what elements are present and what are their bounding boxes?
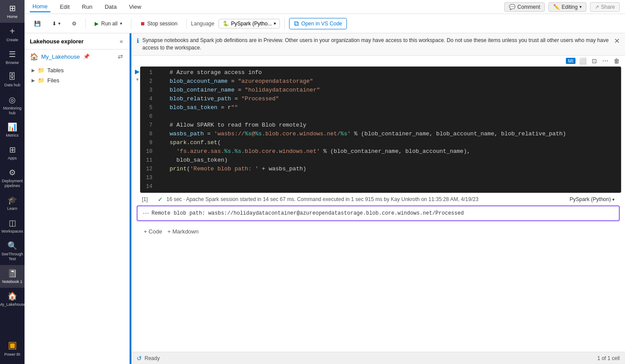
run-all-button[interactable]: ▶ Run all ▾ bbox=[90, 19, 127, 28]
cell-delete-button[interactable]: 🗑 bbox=[612, 57, 621, 65]
info-text: Synapse notebooks and Spark job definiti… bbox=[142, 37, 611, 52]
pyspark-icon: 🐍 bbox=[222, 21, 229, 27]
code-line-6: 6 bbox=[140, 112, 621, 121]
toolbar-divider-4 bbox=[284, 18, 285, 29]
sidebar-item-monitoring[interactable]: ◎ Monitoring hub bbox=[0, 92, 25, 119]
run-cell-button[interactable]: ▶ bbox=[135, 68, 140, 75]
lakehouse-name[interactable]: 🏠 My_Lakehouse 📌 ⇄ bbox=[25, 49, 129, 64]
explorer-collapse-button[interactable]: « bbox=[119, 37, 124, 46]
sidebar-item-home[interactable]: ⊞ Home bbox=[0, 0, 25, 23]
explorer-tree: ▶ 📁 Tables ▶ 📁 Files bbox=[25, 64, 129, 87]
create-icon: + bbox=[10, 26, 15, 36]
notebook-area: ℹ Synapse notebooks and Spark job defini… bbox=[131, 33, 625, 364]
status-bar: ↺ Ready 1 of 1 cell bbox=[131, 352, 625, 364]
run-chevron-icon: ▾ bbox=[120, 21, 122, 26]
code-line-9: 9 spark.conf.set( bbox=[140, 138, 621, 147]
gear-icon: ⚙ bbox=[72, 21, 77, 27]
menu-home[interactable]: Home bbox=[30, 1, 50, 12]
collapse-cell-button[interactable]: ▾ bbox=[136, 77, 139, 82]
sidebar-item-apps[interactable]: ⊞ Apps bbox=[0, 141, 25, 164]
sidebar-item-deployment[interactable]: ⚙ Deployment pipelines bbox=[0, 164, 25, 192]
notebook-content: MI ⬜ ⊡ ⋯ 🗑 ▶ ▾ bbox=[131, 56, 625, 352]
sidebar-item-browse[interactable]: ☰ Browse bbox=[0, 46, 25, 69]
add-code-cell-button[interactable]: + Code bbox=[144, 228, 162, 235]
comment-button[interactable]: 💬 Comment bbox=[504, 2, 545, 12]
pencil-icon: ✏️ bbox=[553, 4, 560, 10]
sidebar-item-workspaces[interactable]: ◫ Workspaces bbox=[0, 215, 25, 237]
lakehouse-pin-icon: 📌 bbox=[83, 53, 90, 60]
monitoring-icon: ◎ bbox=[9, 95, 16, 105]
settings-button[interactable]: ⚙ bbox=[67, 19, 81, 28]
mylakehouse-icon: 🏠 bbox=[7, 291, 17, 301]
output-expand-button[interactable]: ⋯ bbox=[143, 210, 149, 217]
sidebar-item-metrics[interactable]: 📊 Metrics bbox=[0, 119, 25, 141]
toolbar-divider-3 bbox=[186, 18, 187, 29]
code-line-14: 14 bbox=[140, 182, 621, 191]
save-icon: 💾 bbox=[34, 21, 41, 27]
tables-arrow-icon: ▶ bbox=[32, 68, 35, 73]
files-arrow-icon: ▶ bbox=[32, 78, 35, 83]
code-editor[interactable]: 1 # Azure storage access info 2 blob_acc… bbox=[140, 67, 621, 193]
explorer-actions: « bbox=[119, 37, 124, 46]
cell-format-button[interactable]: ⬜ bbox=[577, 57, 588, 65]
tree-item-tables[interactable]: ▶ 📁 Tables bbox=[25, 65, 129, 75]
workspaces-icon: ◫ bbox=[9, 218, 16, 228]
powerbi-icon: ▣ bbox=[8, 339, 17, 351]
menu-data[interactable]: Data bbox=[102, 2, 119, 12]
cell-more-button[interactable]: ⋯ bbox=[600, 57, 610, 65]
browse-icon: ☰ bbox=[9, 49, 16, 59]
save-button[interactable]: 💾 bbox=[30, 19, 45, 28]
sidebar-item-powerbi[interactable]: ▣ Power BI bbox=[0, 336, 25, 360]
language-selector[interactable]: 🐍 PySpark (Pytho... ▾ bbox=[219, 19, 279, 28]
sidebar-item-seethrough[interactable]: 🔍 SeeThrough Test bbox=[0, 237, 25, 265]
play-icon: ▶ bbox=[95, 21, 99, 27]
learn-icon: 🎓 bbox=[7, 195, 17, 205]
code-line-1: 1 # Azure storage access info bbox=[140, 68, 621, 77]
tree-item-files[interactable]: ▶ 📁 Files bbox=[25, 75, 129, 85]
menu-run[interactable]: Run bbox=[79, 2, 95, 12]
code-line-11: 11 blob_sas_token) bbox=[140, 156, 621, 165]
status-check-icon: ✓ bbox=[158, 196, 163, 203]
code-line-4: 4 blob_relative_path = "Processed" bbox=[140, 95, 621, 103]
explorer-panel: Lakehouse explorer « 🏠 My_Lakehouse 📌 ⇄ … bbox=[25, 33, 130, 364]
sidebar-item-notebook1[interactable]: 📓 Notebook 1 bbox=[0, 265, 25, 288]
code-line-3: 3 blob_container_name = "holidaydatacont… bbox=[140, 86, 621, 95]
stop-session-button[interactable]: ⏹ Stop session bbox=[136, 19, 182, 28]
sidebar-item-datahub[interactable]: 🗄 Data hub bbox=[0, 69, 25, 92]
editing-button[interactable]: ✏️ Editing ▾ bbox=[548, 2, 586, 12]
seethrough-icon: 🔍 bbox=[7, 241, 17, 251]
add-markdown-cell-button[interactable]: + Markdown bbox=[167, 228, 198, 235]
cell-container: ▶ ▾ 1 # Azure storage access info bbox=[135, 66, 621, 193]
sidebar-item-create[interactable]: + Create bbox=[0, 23, 25, 46]
code-line-5: 5 blob_sas_token = r"" bbox=[140, 103, 621, 112]
menu-edit[interactable]: Edit bbox=[57, 2, 72, 12]
metrics-icon: 📊 bbox=[7, 122, 17, 132]
share-icon: ↗ bbox=[595, 4, 599, 10]
toolbar-divider bbox=[85, 18, 86, 29]
chevron-down-icon: ▾ bbox=[58, 21, 60, 26]
info-close-button[interactable]: ✕ bbox=[614, 37, 620, 45]
toolbar: 💾 ⬇ ▾ ⚙ ▶ Run all ▾ ⏹ Stop session Langu… bbox=[25, 14, 625, 33]
info-banner: ℹ Synapse notebooks and Spark job defini… bbox=[131, 33, 625, 56]
deployment-icon: ⚙ bbox=[9, 168, 16, 177]
code-line-2: 2 blob_account_name = "azureopendatastor… bbox=[140, 77, 621, 86]
tables-folder-icon: 📁 bbox=[38, 67, 45, 74]
stop-icon: ⏹ bbox=[140, 21, 145, 27]
sidebar-item-mylakehouse[interactable]: 🏠 My_Lakehouse bbox=[0, 288, 25, 311]
menu-view[interactable]: View bbox=[126, 2, 144, 12]
open-vs-code-button[interactable]: ⧉ Open in VS Code bbox=[289, 18, 347, 29]
code-cell[interactable]: 1 # Azure storage access info 2 blob_acc… bbox=[140, 66, 621, 193]
output-language-label[interactable]: PySpark (Python) ▾ bbox=[570, 196, 614, 202]
cell-execution-count: [1] bbox=[142, 196, 154, 202]
top-right-actions: 💬 Comment ✏️ Editing ▾ ↗ Share bbox=[504, 2, 620, 12]
explorer-header: Lakehouse explorer « bbox=[25, 33, 129, 49]
files-folder-icon: 📁 bbox=[38, 77, 45, 84]
sidebar-item-learn[interactable]: 🎓 Learn bbox=[0, 192, 25, 215]
cell-split-button[interactable]: ⊡ bbox=[590, 57, 599, 65]
cell-info: 1 of 1 cell bbox=[597, 355, 620, 361]
mi-badge[interactable]: MI bbox=[566, 58, 576, 64]
download-button[interactable]: ⬇ ▾ bbox=[48, 19, 65, 28]
share-button[interactable]: ↗ Share bbox=[590, 2, 620, 12]
explorer-refresh-button[interactable]: ⇄ bbox=[117, 52, 124, 61]
editing-chevron-icon: ▾ bbox=[579, 4, 582, 9]
